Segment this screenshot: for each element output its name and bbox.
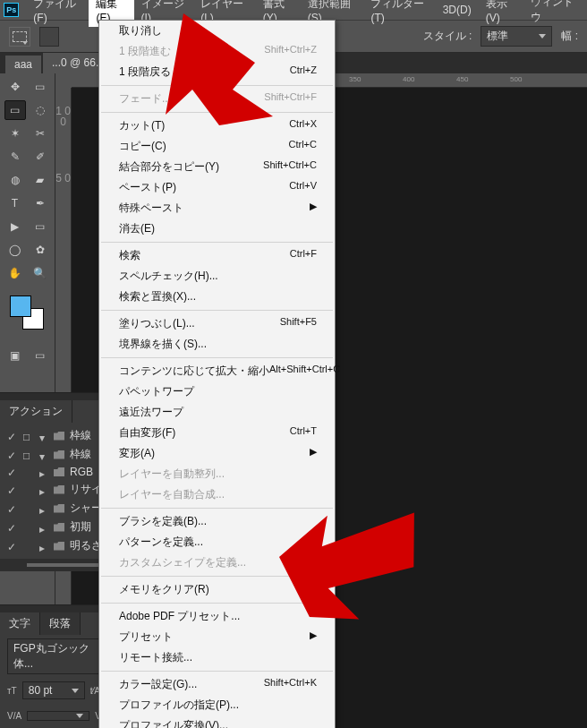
ruler-tick: 450	[456, 75, 468, 83]
menu-item[interactable]: パペットワープ	[99, 381, 335, 402]
menu-item[interactable]: 1 段階戻るCtrl+Z	[99, 62, 335, 82]
artboard-tool[interactable]: ▭	[30, 77, 51, 97]
crop-tool[interactable]: ✂	[30, 124, 51, 143]
menu-bar: Ps ファイル(F) 編集(E) イメージ(I) レイヤー(L) 書式(Y) 選…	[0, 0, 587, 20]
font-size-select[interactable]: 80 pt	[22, 681, 85, 699]
menu-item[interactable]: ペースト(P)Ctrl+V	[99, 177, 335, 198]
menu-item-shortcut: Ctrl+F	[290, 248, 317, 263]
menu-view[interactable]: 表示(V)	[479, 0, 523, 27]
disclosure-icon: ▾	[39, 432, 48, 441]
disclosure-icon: ▸	[39, 467, 48, 476]
menu-item[interactable]: ブラシを定義(B)...	[99, 511, 335, 532]
menu-item: レイヤーを自動合成...	[99, 484, 335, 505]
char-tab[interactable]: 文字	[0, 612, 40, 635]
action-name: 明るさ	[70, 538, 102, 553]
doc-tab-1[interactable]: aaa	[5, 56, 41, 73]
action-name: 枠線	[70, 447, 91, 462]
disclosure-icon: ▸	[39, 485, 48, 494]
menu-item-shortcut: ▶	[310, 446, 317, 461]
menu-item[interactable]: カラー設定(G)...Shift+Ctrl+K	[99, 674, 335, 695]
ruler-tick: 5 0	[55, 172, 71, 184]
app-icon: Ps	[4, 3, 19, 17]
paragraph-tab[interactable]: 段落	[40, 612, 81, 635]
menu-item[interactable]: 結合部分をコピー(Y)Shift+Ctrl+C	[99, 157, 335, 177]
menu-file[interactable]: ファイル(F)	[26, 0, 89, 27]
menu-item[interactable]: メモリをクリア(R)▶	[99, 579, 335, 600]
menu-item[interactable]: 変形(A)▶	[99, 443, 335, 464]
menu-item-shortcut: Alt+Shift+Ctrl+C	[269, 364, 340, 379]
menu-item[interactable]: パターンを定義...	[99, 532, 335, 552]
menu-3d[interactable]: 3D(D)	[436, 1, 479, 19]
disclosure-icon: ▾	[39, 450, 48, 459]
menu-item[interactable]: Adobe PDF プリセット...	[99, 606, 335, 627]
rectangle-tool[interactable]: ▭	[30, 217, 51, 236]
menu-filter[interactable]: フィルター(T)	[363, 0, 435, 27]
menu-item[interactable]: コンテンツに応じて拡大・縮小Alt+Shift+Ctrl+C	[99, 361, 335, 381]
menu-item: レイヤーを自動整列...	[99, 464, 335, 484]
menu-item[interactable]: カット(T)Ctrl+X	[99, 116, 335, 136]
menu-item[interactable]: 塗りつぶし(L)...Shift+F5	[99, 313, 335, 334]
folder-icon	[54, 467, 64, 476]
style-select[interactable]: 標準	[481, 26, 552, 47]
font-family-value: FGP丸ゴシック体...	[13, 641, 101, 672]
menu-item[interactable]: 消去(E)	[99, 218, 335, 239]
modal-icon: □	[23, 431, 34, 441]
zoom-tool[interactable]: 🔍	[30, 263, 51, 283]
kerning-icon: V/A	[7, 711, 21, 721]
menu-item-shortcut: Shift+Ctrl+C	[263, 159, 317, 175]
menu-item[interactable]: プロファイル変換(V)...	[99, 715, 335, 728]
action-name: RGB	[70, 466, 93, 478]
menu-item-label: 結合部分をコピー(Y)	[119, 159, 219, 175]
ruler-tick: 500	[510, 75, 522, 83]
color-swatches[interactable]	[10, 295, 46, 331]
tool-preset-picker[interactable]	[9, 27, 30, 47]
menu-item[interactable]: 特殊ペースト▶	[99, 198, 335, 218]
check-icon: ✓	[7, 431, 18, 441]
clone-tool[interactable]: ◍	[4, 170, 26, 190]
menu-item[interactable]: 境界線を描く(S)...	[99, 334, 335, 355]
menu-item-label: 境界線を描く(S)...	[119, 337, 207, 352]
type-tool[interactable]: T	[4, 193, 26, 213]
menu-item-shortcut: Ctrl+C	[289, 139, 317, 154]
selection-mode-new[interactable]	[39, 27, 59, 47]
screen-mode-toggle[interactable]: ▭	[30, 346, 51, 365]
hand-tool[interactable]: ✋	[4, 263, 26, 283]
ellipse-tool[interactable]: ◯	[4, 240, 26, 260]
menu-item-label: カスタムシェイプを定義...	[119, 555, 246, 570]
quick-mask-toggle[interactable]: ▣	[4, 346, 26, 365]
ruler-tick: 1 0 0	[55, 106, 71, 127]
menu-item-label: プロファイル変換(V)...	[119, 718, 228, 728]
move-tool[interactable]: ✥	[4, 77, 26, 97]
menu-item[interactable]: プロファイルの指定(P)...	[99, 695, 335, 715]
menu-item[interactable]: スペルチェック(H)...	[99, 266, 335, 287]
menu-item[interactable]: 取り消し	[99, 21, 335, 41]
menu-item[interactable]: プリセット▶	[99, 627, 335, 647]
quick-select-tool[interactable]: ✶	[4, 124, 26, 143]
menu-item[interactable]: 検索Ctrl+F	[99, 245, 335, 266]
marquee-tool[interactable]: ▭	[4, 100, 26, 120]
menu-item-label: フェード...	[119, 91, 171, 107]
menu-item-shortcut: Ctrl+T	[290, 425, 317, 441]
actions-tab[interactable]: アクション	[0, 400, 72, 423]
menu-item[interactable]: 遠近法ワープ	[99, 402, 335, 423]
menu-item-label: コピー(C)	[119, 139, 166, 154]
path-select-tool[interactable]: ▶	[4, 217, 26, 236]
menu-item[interactable]: リモート接続...	[99, 647, 335, 668]
menu-item[interactable]: コピー(C)Ctrl+C	[99, 136, 335, 157]
gradient-tool[interactable]: ▰	[30, 170, 51, 190]
action-name: 枠線	[70, 428, 91, 443]
kerning-select[interactable]	[27, 711, 89, 721]
folder-icon	[54, 432, 64, 441]
custom-shape-tool[interactable]: ✿	[30, 240, 51, 260]
menu-window[interactable]: ウィンドウ	[523, 0, 583, 28]
foreground-color[interactable]	[10, 295, 31, 317]
menu-item[interactable]: 自由変形(F)Ctrl+T	[99, 423, 335, 443]
eyedropper-tool[interactable]: ✎	[4, 147, 26, 167]
menu-item[interactable]: 検索と置換(X)...	[99, 287, 335, 307]
tab-label: aaa	[14, 58, 32, 71]
pen-tool[interactable]: ✒	[30, 193, 51, 213]
brush-tool[interactable]: ✐	[30, 147, 51, 167]
menu-item-label: パターンを定義...	[119, 535, 203, 550]
menu-item-label: メモリをクリア(R)	[119, 582, 209, 597]
lasso-tool[interactable]: ◌	[30, 100, 51, 120]
